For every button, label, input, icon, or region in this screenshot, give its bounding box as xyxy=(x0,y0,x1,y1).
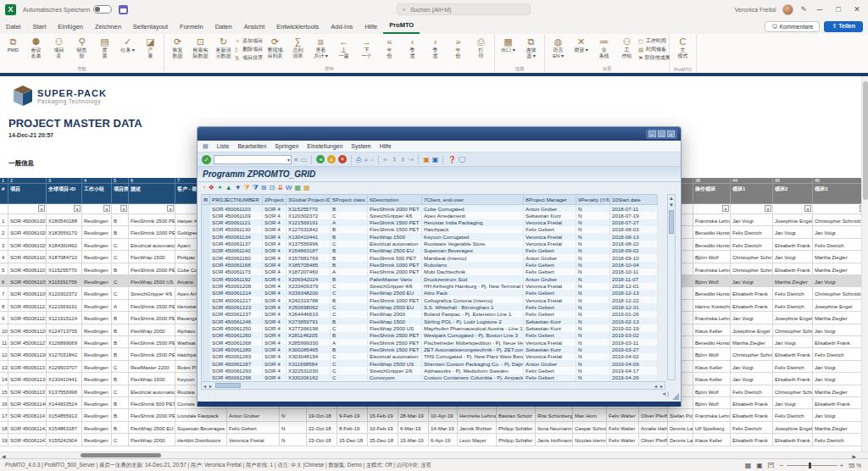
sap-grid-cell[interactable] xyxy=(202,353,210,360)
table-cell[interactable]: SOR 450061137 xyxy=(8,385,47,397)
ribbon-button-重现项目列表[interactable]: ⟳重现项 目列表 xyxy=(264,35,287,59)
sap-grid-cell[interactable]: StretchGripper 2/6 xyxy=(368,367,422,374)
sap-find-icon[interactable]: ⌕ xyxy=(364,155,367,164)
table-cell[interactable]: SOR 450061105 xyxy=(8,275,47,287)
sap-grid-cell[interactable]: Veronica Freital xyxy=(524,283,576,290)
sap-column-header[interactable]: 8Project Manager xyxy=(524,195,576,205)
table-cell[interactable]: X154855913 xyxy=(47,409,82,421)
table-cell[interactable]: Leon Mayer xyxy=(458,434,497,446)
tab-add-ins[interactable]: Add-Ins xyxy=(325,20,359,34)
sap-grid-cell[interactable] xyxy=(202,367,210,374)
sap-grid-cell[interactable]: Druckzentrum Süd xyxy=(422,275,524,282)
table-cell[interactable]: Anton Gruber xyxy=(227,409,280,421)
table-cell[interactable]: Jan Voigt xyxy=(813,275,868,287)
table-cell[interactable]: X144933524 xyxy=(47,397,82,409)
sap-grid-cell[interactable]: N xyxy=(576,296,610,303)
sap-grid-cell[interactable]: FlexShrink 2000 PET xyxy=(368,205,422,212)
table-cell[interactable]: Martha Ziegler xyxy=(813,251,868,263)
sap-grid-cell[interactable]: SOR 450061280 xyxy=(210,346,263,352)
ribbon-button-摆设[interactable]: ✕摆设 ▾ xyxy=(570,35,593,53)
table-cell[interactable]: SOR 450061102 xyxy=(8,251,47,263)
sap-grid-cell[interactable] xyxy=(202,226,210,233)
table-cell[interactable]: Felix Dietrich xyxy=(813,239,868,251)
sap-grid-cell[interactable]: B xyxy=(331,205,368,212)
table-cell[interactable]: SOR 450061109 xyxy=(8,287,47,299)
sap-menu-system[interactable]: System xyxy=(351,143,370,149)
ribbon-button-语言EN[interactable]: ◍语言 EN ▾ xyxy=(547,35,570,59)
table-cell[interactable]: Martha Ziegler xyxy=(813,312,868,324)
sap-grid-cell[interactable]: A xyxy=(331,219,368,226)
table-cell[interactable]: FlexWrap 2000 xyxy=(129,324,175,336)
sap-grid-cell[interactable]: A xyxy=(331,269,368,275)
table-cell[interactable]: Electrical automation xyxy=(129,239,175,251)
sap-grid-cell[interactable]: X281146205 xyxy=(287,332,331,339)
sap-grid-cell[interactable]: N xyxy=(576,339,610,346)
sap-grid-cell[interactable]: B xyxy=(331,346,368,352)
share-button[interactable]: ⇪ Teilen xyxy=(824,21,863,32)
table-cell[interactable]: Benedikt Horstmann xyxy=(693,239,731,251)
sap-grid-cell[interactable]: StretchGripper 4/6 xyxy=(368,212,422,219)
table-cell[interactable]: Reutlingen xyxy=(82,397,112,409)
sap-grid-cell[interactable]: SOR 4 xyxy=(263,254,287,261)
sap-grid-cell[interactable] xyxy=(202,247,210,254)
sap-grid-cell[interactable]: X242319788 xyxy=(287,296,331,303)
sap-grid-cell[interactable]: FlexWrap 2000 xyxy=(368,311,422,318)
sap-check-entries-icon[interactable]: ❖ xyxy=(209,184,214,192)
autofilter-button[interactable]: ▾ xyxy=(38,205,45,212)
table-cell[interactable]: B xyxy=(112,336,129,348)
table-cell[interactable]: N xyxy=(280,409,307,421)
table-cell[interactable]: Jan Voigt xyxy=(731,214,773,226)
ribbon-button-上一篇[interactable]: ←上 一篇 xyxy=(332,35,355,59)
table-cell[interactable]: Elisabeth Frank xyxy=(773,239,813,251)
sap-refresh-icon[interactable]: ✦ xyxy=(217,184,223,192)
table-cell[interactable]: Felix Dietrich xyxy=(731,226,773,238)
table-cell[interactable]: Reutlingen xyxy=(82,275,112,287)
sap-grid-cell[interactable] xyxy=(202,303,210,310)
sap-grid-cell[interactable]: 2018-09-02 xyxy=(610,247,658,254)
sap-column-header[interactable]: 5Project class xyxy=(331,195,368,205)
sap-grid-cell[interactable]: FlexShrink 1500 PET xyxy=(368,219,422,226)
table-cell[interactable]: Martha Ziegler xyxy=(813,385,868,397)
table-cell[interactable]: SOR 450061130 xyxy=(8,348,47,360)
sap-grid-cell[interactable]: 2018-08-22 xyxy=(610,241,658,247)
sap-grid-cell[interactable]: 2018-11-07 xyxy=(610,275,658,282)
sap-menu-springen[interactable]: Springen xyxy=(275,143,298,149)
sap-grid-cell[interactable]: SOR 4 xyxy=(263,367,287,374)
sap-find-next-icon[interactable]: ⌕ xyxy=(370,155,374,164)
sap-grid-cell[interactable]: X273859791 xyxy=(287,318,331,324)
autofilter-button[interactable]: ▾ xyxy=(74,205,81,212)
sap-grid-cell[interactable]: ZET Automatisierungstechnik - Pj. ZET.co… xyxy=(422,346,524,352)
table-cell[interactable]: X121569191 xyxy=(47,300,82,312)
sap-word-icon[interactable]: W xyxy=(286,184,292,192)
sap-grid-cell[interactable]: C xyxy=(331,303,368,310)
sap-grid-cell[interactable]: Sebastian Kurz xyxy=(524,324,576,331)
sap-titlebar[interactable]: ─ □ × xyxy=(198,127,681,141)
sap-grid-cell[interactable]: SOR 4 xyxy=(263,318,287,324)
table-cell[interactable]: X115391759 xyxy=(47,275,82,287)
table-cell[interactable]: C xyxy=(112,361,129,373)
sap-grid-cell[interactable]: X330206182 xyxy=(287,374,331,381)
sap-grid-cell[interactable]: 2019-03-02 xyxy=(610,332,658,339)
table-cell[interactable]: X120302372 xyxy=(47,287,82,299)
sap-grid-cell[interactable]: Felix Gebert xyxy=(524,247,576,254)
table-cell[interactable]: Herbbit Distributors xyxy=(175,434,227,446)
ribbon-button-会议名单[interactable]: ⚉会议 名单 xyxy=(25,35,47,59)
table-cell[interactable]: Felix Dietrich xyxy=(813,348,868,360)
sap-grid-cell[interactable]: Veronica Freital xyxy=(524,219,576,226)
table-cell[interactable]: SOR 450061127 xyxy=(8,336,47,348)
table-cell[interactable]: FlexShrink 1500 PET xyxy=(129,348,175,360)
table-cell[interactable]: 6-Apr-19 xyxy=(429,434,458,446)
tab-hilfe[interactable]: Hilfe xyxy=(359,20,383,34)
sap-grid-cell[interactable]: Sebastian Kurz xyxy=(524,212,576,219)
tab-einfügen[interactable]: Einfügen xyxy=(52,20,89,34)
table-cell[interactable]: X154863187 xyxy=(47,422,82,434)
sap-grid-cell[interactable]: X277268198 xyxy=(287,324,331,331)
sap-grid-cell[interactable]: SOR 450061287 xyxy=(210,360,263,367)
sap-grid-cell[interactable] xyxy=(202,275,210,282)
sap-grid-cell[interactable]: SOR 4 xyxy=(263,269,287,275)
table-cell[interactable]: Reutlingen xyxy=(82,373,112,385)
sap-grid-cell[interactable]: C xyxy=(331,241,368,247)
tab-formeln[interactable]: Formeln xyxy=(174,20,209,34)
sap-grid-cell[interactable]: Keycon Corrugated xyxy=(422,233,524,240)
sap-grid-cell[interactable]: Altro Pack xyxy=(422,290,524,296)
